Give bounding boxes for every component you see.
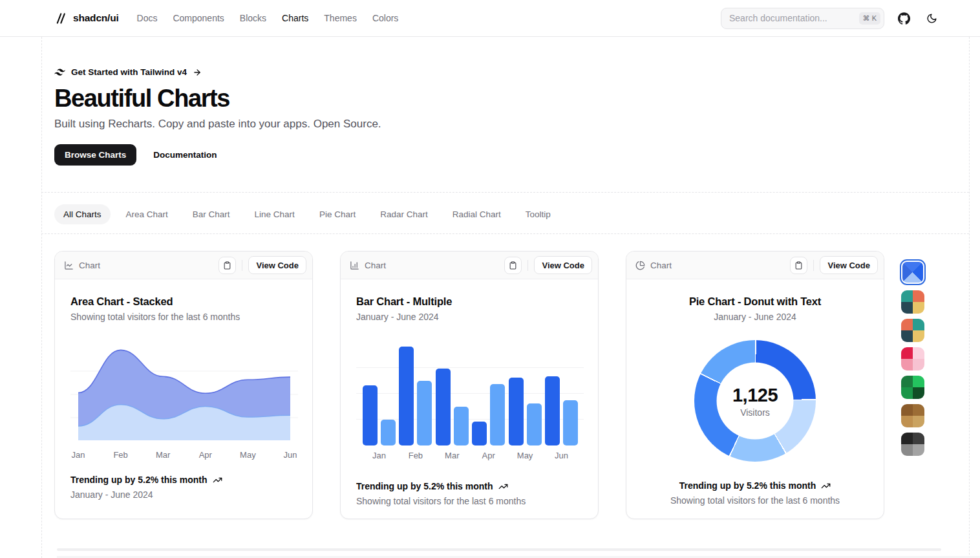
bar-mobile-may [527, 403, 542, 445]
nav-link-components[interactable]: Components [173, 13, 224, 23]
card-body: Bar Chart - Multiple January - June 2024… [341, 279, 598, 519]
tab-area-chart[interactable]: Area Chart [117, 204, 177, 224]
page-title: Beautiful Charts [54, 85, 381, 113]
trend-line: Trending up by 5.2% this month [356, 481, 582, 491]
donut-center: 1,125 Visitors [717, 363, 794, 440]
view-code-button[interactable]: View Code [534, 256, 592, 274]
bar-chart-icon [350, 261, 359, 270]
nav-link-charts[interactable]: Charts [282, 13, 308, 23]
bar-desktop-jun [545, 376, 560, 445]
section-divider-top [41, 192, 969, 193]
nav-link-docs[interactable]: Docs [137, 13, 158, 23]
container-right-guide [969, 37, 970, 558]
dark-mode-moon-icon[interactable] [923, 10, 940, 27]
swatch-color-cell [901, 404, 913, 416]
banner-label: Get Started with Tailwind v4 [71, 67, 187, 77]
card-description: January - June 2024 [356, 312, 582, 322]
tab-line-chart[interactable]: Line Chart [246, 204, 304, 224]
theme-swatch-brown[interactable] [901, 404, 924, 427]
tailwind-v4-banner-link[interactable]: Get Started with Tailwind v4 [54, 67, 381, 77]
bar-desktop-apr [472, 422, 487, 445]
card-description: January - June 2024 [642, 312, 868, 322]
card-title: Area Chart - Stacked [70, 295, 297, 308]
nav-link-blocks[interactable]: Blocks [240, 13, 266, 23]
theme-picker [900, 259, 926, 456]
bar-mobile-apr [490, 384, 505, 445]
x-axis-tick: Jun [555, 451, 568, 460]
swatch-color-cell [901, 444, 913, 456]
container-left-guide [41, 37, 42, 558]
bar-chart-plot [356, 342, 584, 445]
top-navigation: shadcn/ui DocsComponentsBlocksChartsThem… [0, 0, 980, 37]
bar-mobile-jun [563, 400, 578, 445]
copy-code-button[interactable] [218, 257, 236, 274]
trend-line: Trending up by 5.2% this month [70, 475, 297, 485]
swatch-color-cell [901, 319, 913, 330]
card-footer: Trending up by 5.2% this month January -… [70, 475, 297, 513]
toolbar-divider [527, 260, 528, 271]
card-footer: Trending up by 5.2% this month Showing t… [642, 480, 868, 519]
tab-bar-chart[interactable]: Bar Chart [184, 204, 239, 224]
swatch-color-cell [901, 347, 913, 359]
line-chart-icon [64, 261, 74, 270]
donut-total-label: Visitors [740, 407, 770, 418]
documentation-button[interactable]: Documentation [143, 144, 227, 166]
theme-swatch-amber[interactable] [901, 319, 924, 342]
x-axis-tick: Jan [72, 450, 85, 460]
toolbar-label: Chart [350, 261, 386, 270]
cta-row: Browse Charts Documentation [54, 144, 381, 166]
card-footer: Trending up by 5.2% this month Showing t… [356, 481, 582, 519]
nav-link-colors[interactable]: Colors [372, 13, 398, 23]
nav-link-themes[interactable]: Themes [324, 13, 357, 23]
card-body: Pie Chart - Donut with Text January - Ju… [626, 279, 884, 519]
github-icon[interactable] [895, 10, 912, 27]
trend-text: Trending up by 5.2% this month [356, 481, 493, 491]
x-axis-tick: Mar [445, 451, 459, 460]
toolbar-actions: View Code [790, 256, 878, 274]
copy-code-button[interactable] [790, 257, 807, 274]
tab-radial-chart[interactable]: Radial Chart [443, 204, 510, 224]
swatch-color-cell [901, 330, 913, 342]
card-toolbar: Chart View Code [341, 252, 598, 279]
browse-charts-button[interactable]: Browse Charts [54, 144, 136, 166]
theme-swatch-blue-selected[interactable] [900, 259, 926, 285]
swatch-color-cell [913, 404, 924, 416]
theme-swatch-green[interactable] [901, 376, 924, 399]
next-section-divider [57, 548, 941, 551]
toolbar-divider [813, 260, 814, 271]
tab-radar-chart[interactable]: Radar Chart [371, 204, 437, 224]
x-axis-tick: May [517, 451, 533, 460]
bar-desktop-jan [363, 385, 378, 445]
copy-code-button[interactable] [504, 257, 522, 274]
search-box[interactable]: ⌘ K [721, 8, 884, 29]
trend-line: Trending up by 5.2% this month [642, 480, 868, 491]
donut-chart-plot: 1,125 Visitors [642, 340, 868, 462]
search-input[interactable] [729, 13, 859, 23]
theme-swatch-mono[interactable] [901, 433, 924, 456]
brand-logo[interactable]: shadcn/ui [54, 12, 119, 25]
bar-mobile-feb [417, 381, 432, 445]
toolbar-actions: View Code [218, 256, 306, 274]
bar-mobile-jan [381, 420, 396, 445]
note-line: January - June 2024 [70, 489, 297, 500]
view-code-button[interactable]: View Code [820, 256, 878, 274]
trending-up-icon [821, 481, 831, 491]
bar-desktop-may [509, 378, 524, 445]
toolbar-label: Chart [64, 261, 100, 270]
view-code-button[interactable]: View Code [248, 256, 306, 274]
swatch-color-cell [913, 376, 924, 387]
bar-desktop-feb [399, 347, 414, 445]
bar-chart-card: Chart View Code Bar Chart - Multiple Jan… [340, 251, 599, 519]
search-shortcut-kbd: ⌘ K [859, 12, 880, 25]
charts-page: shadcn/ui DocsComponentsBlocksChartsThem… [0, 0, 980, 558]
trending-up-icon [213, 475, 222, 485]
theme-swatch-preview [902, 262, 923, 283]
swatch-color-cell [913, 387, 924, 399]
tab-all-charts[interactable]: All Charts [54, 204, 111, 224]
theme-swatch-sage[interactable] [901, 290, 924, 314]
x-axis-tick: Jun [284, 450, 297, 460]
theme-swatch-rose[interactable] [901, 347, 924, 370]
swatch-color-cell [913, 290, 924, 302]
tab-pie-chart[interactable]: Pie Chart [310, 204, 365, 224]
tab-tooltip[interactable]: Tooltip [517, 204, 560, 224]
